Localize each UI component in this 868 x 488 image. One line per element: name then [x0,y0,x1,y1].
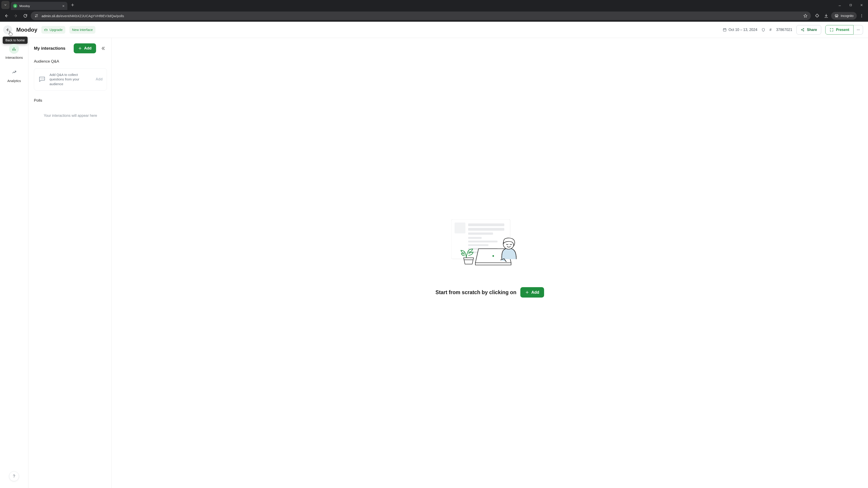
empty-state-illustration [452,219,528,271]
kebab-menu-button[interactable] [858,12,866,20]
event-date-range[interactable]: Oct 10 – 13, 2024 [723,28,757,32]
arrow-left-icon [4,13,8,18]
tab-title: Moodoy [20,4,30,8]
event-date-text: Oct 10 – 13, 2024 [728,28,757,32]
incognito-icon [834,13,839,18]
app-body: Interactions Analytics ? My interactions… [0,38,868,488]
chat-icon [38,75,46,83]
svg-point-15 [41,78,41,79]
back-button[interactable] [2,12,10,20]
incognito-indicator[interactable]: Incognito [831,12,857,20]
svg-rect-0 [850,4,851,6]
new-interface-badge[interactable]: New interface [69,26,96,34]
extensions-button[interactable] [813,12,821,20]
nav-item-interactions[interactable]: Interactions [5,44,23,59]
qa-card-add-button[interactable]: Add [96,77,103,81]
new-interface-label: New interface [72,28,93,32]
svg-rect-8 [723,29,726,31]
svg-rect-20 [468,223,504,226]
tab-close-button[interactable] [62,5,65,7]
svg-rect-21 [468,228,504,231]
add-label: Add [84,46,92,51]
main-stage: Start from scratch by clicking on Add [112,38,868,488]
event-code[interactable]: # 37867021 [770,28,792,32]
tune-icon [34,14,38,18]
svg-point-28 [493,255,494,257]
address-bar-row: admin.sli.do/event/t4KbXZJUCAgYVHf8EV3dQ… [0,10,868,22]
incognito-label: Incognito [841,14,854,18]
upgrade-button[interactable]: Upgrade [41,26,65,34]
site-info-button[interactable] [34,13,39,18]
url-text: admin.sli.do/event/t4KbXZJUCAgYVHf8EV3dQ… [41,14,124,18]
tab-search-button[interactable] [1,1,9,9]
add-interaction-button[interactable]: Add [74,43,96,53]
svg-point-11 [803,30,804,31]
help-button[interactable]: ? [9,471,19,481]
svg-rect-24 [468,240,498,242]
svg-rect-22 [468,232,493,235]
svg-point-13 [858,29,859,30]
reload-icon [23,13,28,18]
downloads-button[interactable] [822,12,830,20]
security-settings-button[interactable] [761,28,765,32]
event-code-prefix: # [770,28,772,32]
shield-icon [761,28,765,32]
svg-point-4 [837,16,838,17]
browser-tab[interactable]: s Moodoy [11,2,67,10]
star-icon [803,13,808,18]
new-tab-button[interactable] [69,2,76,8]
forward-button[interactable] [12,12,20,20]
svg-rect-23 [468,237,482,239]
arrow-right-icon [13,13,18,18]
kebab-icon [860,14,864,18]
window-minimize-button[interactable] [835,1,845,8]
svg-point-9 [801,29,802,30]
svg-point-12 [857,29,858,30]
minimize-icon [838,3,841,6]
back-to-home-button[interactable]: Back to home [3,25,12,34]
cta-add-label: Add [531,290,539,295]
cta-add-button[interactable]: Add [520,287,544,297]
share-icon [801,28,805,32]
svg-point-7 [862,17,862,18]
present-label: Present [836,28,849,32]
bookmark-button[interactable] [803,13,808,18]
share-button[interactable]: Share [796,25,821,35]
cta-text: Start from scratch by clicking on [436,289,517,295]
polls-section-label: Polls [34,98,107,103]
qa-card[interactable]: Add Q&A to collect questions from your a… [34,68,107,91]
svg-rect-25 [468,244,489,246]
trend-up-icon [9,67,19,77]
present-button[interactable]: Present [825,25,854,35]
upgrade-label: Upgrade [50,28,63,32]
reload-button[interactable] [21,12,29,20]
window-maximize-button[interactable] [845,1,856,8]
chevrons-left-icon [101,46,105,51]
event-title[interactable]: Moodoy [16,27,37,33]
nav-item-analytics[interactable]: Analytics [7,67,21,83]
tab-strip: s Moodoy [0,0,868,10]
event-code-value: 37867021 [776,28,792,32]
plus-icon [525,291,529,294]
chevron-down-icon [4,3,7,6]
left-nav: Interactions Analytics ? [0,38,29,488]
close-icon [62,5,65,7]
collapse-panel-button[interactable] [99,44,107,52]
svg-point-6 [862,15,862,16]
arrow-left-icon [5,28,10,32]
bar-chart-icon [9,44,19,54]
panel-header: My interactions Add [34,43,107,53]
interactions-panel: My interactions Add Audience Q&A Add Q&A… [29,38,112,488]
app-root: Back to home Moodoy Upgrade New interfac… [0,22,868,488]
window-close-button[interactable] [856,1,867,8]
plus-icon [78,46,82,50]
present-more-button[interactable] [854,25,863,35]
empty-interactions-hint: Your interactions will appear here [34,113,107,118]
qa-section-label: Audience Q&A [34,59,107,64]
panel-title: My interactions [34,46,65,51]
cta-row: Start from scratch by clicking on Add [436,287,544,297]
svg-rect-19 [455,223,465,233]
address-bar[interactable]: admin.sli.do/event/t4KbXZJUCAgYVHf8EV3dQ… [31,11,811,20]
toolbar-icons: Incognito [813,12,866,20]
crown-icon [44,28,48,32]
